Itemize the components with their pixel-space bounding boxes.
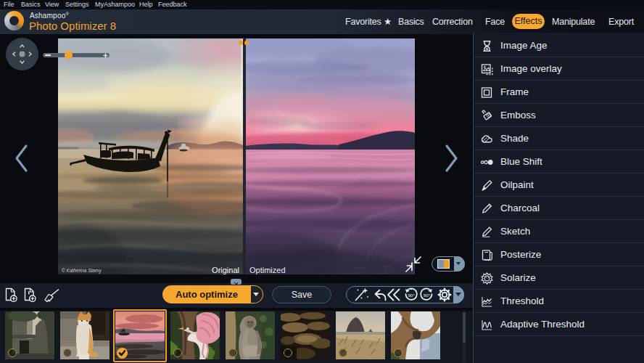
- svg-text:90°: 90°: [424, 293, 431, 298]
- svg-text:© Katherina Stamy: © Katherina Stamy: [62, 268, 102, 274]
- svg-text:90°: 90°: [408, 293, 415, 298]
